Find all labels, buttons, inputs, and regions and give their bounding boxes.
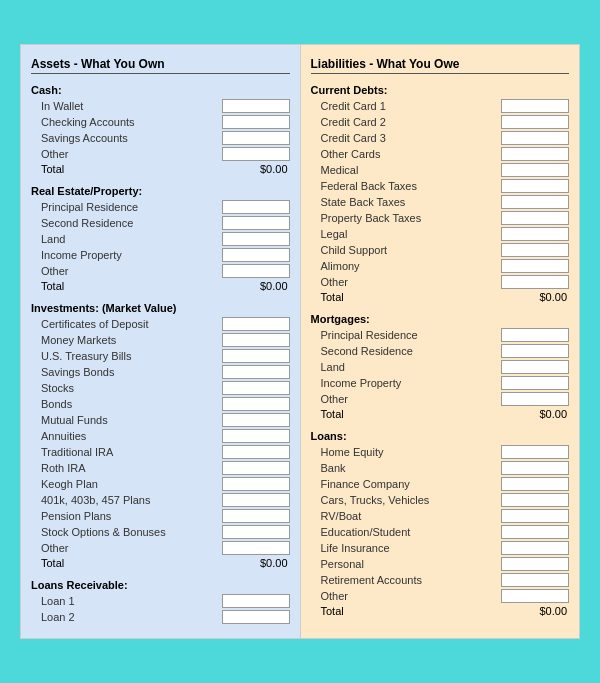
item-input[interactable] <box>501 275 569 289</box>
item-input[interactable] <box>501 344 569 358</box>
item-input[interactable] <box>222 232 290 246</box>
item-input[interactable] <box>222 477 290 491</box>
item-input[interactable] <box>501 461 569 475</box>
item-input[interactable] <box>222 429 290 443</box>
item-label: RV/Boat <box>311 510 502 522</box>
list-item: 401k, 403b, 457 Plans <box>31 493 290 507</box>
item-input[interactable] <box>501 557 569 571</box>
item-input[interactable] <box>222 200 290 214</box>
item-input[interactable] <box>501 328 569 342</box>
item-label: Personal <box>311 558 502 570</box>
list-item: Credit Card 2 <box>311 115 570 129</box>
item-input[interactable] <box>501 589 569 603</box>
item-input[interactable] <box>501 243 569 257</box>
item-input[interactable] <box>501 360 569 374</box>
item-input[interactable] <box>222 147 290 161</box>
item-input[interactable] <box>501 99 569 113</box>
item-label: Other <box>31 265 222 277</box>
item-label: Life Insurance <box>311 542 502 554</box>
item-input[interactable] <box>222 349 290 363</box>
item-input[interactable] <box>222 264 290 278</box>
item-input[interactable] <box>501 525 569 539</box>
item-input[interactable] <box>501 392 569 406</box>
item-input[interactable] <box>501 477 569 491</box>
list-item: Loan 2 <box>31 610 290 624</box>
item-label: Other <box>311 393 502 405</box>
liabilities-column: Liabilities - What You Owe Current Debts… <box>301 45 580 638</box>
item-input[interactable] <box>501 147 569 161</box>
item-label: Land <box>311 361 502 373</box>
item-label: Federal Back Taxes <box>311 180 502 192</box>
item-label: Medical <box>311 164 502 176</box>
item-input[interactable] <box>222 397 290 411</box>
item-input[interactable] <box>222 509 290 523</box>
item-label: Annuities <box>31 430 222 442</box>
list-item: Other <box>311 392 570 406</box>
list-item: Finance Company <box>311 477 570 491</box>
list-item: Home Equity <box>311 445 570 459</box>
item-input[interactable] <box>501 211 569 225</box>
item-input[interactable] <box>222 333 290 347</box>
item-input[interactable] <box>501 131 569 145</box>
item-label: Property Back Taxes <box>311 212 502 224</box>
item-input[interactable] <box>501 259 569 273</box>
list-item: Certificates of Deposit <box>31 317 290 331</box>
list-item: Other <box>31 147 290 161</box>
item-input[interactable] <box>501 376 569 390</box>
investments-total-row: Total $0.00 <box>31 557 290 569</box>
item-input[interactable] <box>501 445 569 459</box>
item-input[interactable] <box>501 509 569 523</box>
item-label: Income Property <box>311 377 502 389</box>
item-label: In Wallet <box>31 100 222 112</box>
list-item: Annuities <box>31 429 290 443</box>
item-label: Money Markets <box>31 334 222 346</box>
item-label: Principal Residence <box>31 201 222 213</box>
item-input[interactable] <box>222 317 290 331</box>
cash-title: Cash: <box>31 84 290 96</box>
item-label: Bonds <box>31 398 222 410</box>
item-input[interactable] <box>222 115 290 129</box>
list-item: Savings Accounts <box>31 131 290 145</box>
item-input[interactable] <box>222 525 290 539</box>
item-input[interactable] <box>501 493 569 507</box>
list-item: Income Property <box>311 376 570 390</box>
item-input[interactable] <box>222 610 290 624</box>
loans-title: Loans: <box>311 430 570 442</box>
list-item: Other <box>31 264 290 278</box>
assets-title: Assets - What You Own <box>31 57 290 74</box>
item-input[interactable] <box>222 445 290 459</box>
item-input[interactable] <box>222 365 290 379</box>
item-label: Stocks <box>31 382 222 394</box>
item-label: Certificates of Deposit <box>31 318 222 330</box>
item-label: Mutual Funds <box>31 414 222 426</box>
item-input[interactable] <box>222 541 290 555</box>
item-label: Credit Card 2 <box>311 116 502 128</box>
item-input[interactable] <box>222 594 290 608</box>
assets-column: Assets - What You Own Cash: In Wallet Ch… <box>21 45 301 638</box>
item-input[interactable] <box>222 493 290 507</box>
item-label: Credit Card 3 <box>311 132 502 144</box>
item-input[interactable] <box>222 461 290 475</box>
item-input[interactable] <box>501 163 569 177</box>
item-input[interactable] <box>501 195 569 209</box>
item-input[interactable] <box>222 216 290 230</box>
total-label: Total <box>311 291 502 303</box>
list-item: Second Residence <box>31 216 290 230</box>
list-item: In Wallet <box>31 99 290 113</box>
item-input[interactable] <box>222 131 290 145</box>
list-item: U.S. Treasury Bills <box>31 349 290 363</box>
investments-title: Investments: (Market Value) <box>31 302 290 314</box>
item-input[interactable] <box>501 227 569 241</box>
item-input[interactable] <box>501 179 569 193</box>
item-input[interactable] <box>222 99 290 113</box>
list-item: Other <box>311 275 570 289</box>
list-item: Child Support <box>311 243 570 257</box>
item-input[interactable] <box>222 381 290 395</box>
item-input[interactable] <box>501 115 569 129</box>
item-input[interactable] <box>222 413 290 427</box>
item-input[interactable] <box>222 248 290 262</box>
list-item: Principal Residence <box>31 200 290 214</box>
list-item: Land <box>31 232 290 246</box>
item-input[interactable] <box>501 541 569 555</box>
item-input[interactable] <box>501 573 569 587</box>
